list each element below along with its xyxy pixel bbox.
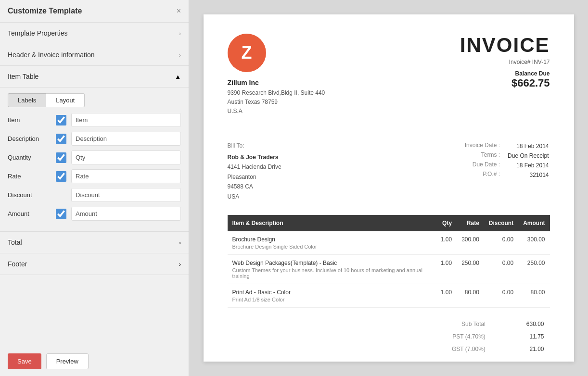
item-description: Print Ad 1/8 size Color	[232, 297, 431, 302]
close-icon[interactable]: ×	[177, 7, 181, 15]
gst-label: GST (7.00%)	[426, 343, 490, 355]
company-block: Z Zillum Inc 9390 Research Blvd,Bldg II,…	[228, 34, 325, 116]
field-quantity-input[interactable]	[71, 150, 181, 164]
field-quantity-checkbox[interactable]	[56, 152, 66, 163]
field-rate-label: Rate	[8, 173, 56, 180]
item-qty: 1.00	[436, 231, 457, 255]
item-description: Custom Themes for your business. Inclusi…	[232, 267, 431, 279]
item-table-section: Item Table ▲ Labels Layout Item Descript…	[0, 66, 189, 232]
field-discount-input[interactable]	[71, 188, 181, 202]
field-amount-input[interactable]	[71, 207, 181, 221]
bill-to-label: Bill To:	[228, 141, 281, 150]
th-item: Item & Description	[228, 215, 436, 231]
field-item-checkbox[interactable]	[56, 115, 66, 125]
footer-section[interactable]: Footer ›	[0, 253, 189, 275]
layout-tab[interactable]: Layout	[46, 93, 85, 107]
item-table-header[interactable]: Item Table ▲	[0, 66, 189, 88]
company-info: 9390 Research Blvd,Bldg II, Suite 440 Au…	[228, 88, 325, 116]
invoice-preview-panel: Z Zillum Inc 9390 Research Blvd,Bldg II,…	[189, 0, 588, 376]
field-description-checkbox[interactable]	[56, 134, 66, 144]
left-panel: Customize Template × Template Properties…	[0, 0, 189, 376]
invoice-details-table: Invoice Date : 18 Feb 2014 Terms : Due O…	[464, 141, 550, 180]
field-item-row: Item	[8, 113, 181, 127]
totals-table: Sub Total 630.00 PST (4.70%) 11.75 GST (…	[425, 317, 550, 356]
chevron-right-icon: ›	[179, 239, 181, 246]
due-date-value: 18 Feb 2014	[508, 161, 549, 170]
total-label: Total	[8, 238, 22, 246]
field-discount-label: Discount	[8, 191, 56, 199]
item-qty: 1.00	[436, 254, 457, 284]
total-section[interactable]: Total ›	[0, 232, 189, 253]
item-rate: 300.00	[457, 231, 484, 255]
item-discount: 0.00	[484, 284, 518, 307]
field-quantity-label: Quantity	[8, 154, 56, 161]
bill-to-section: Bill To: Rob & Joe Traders 4141 Hacienda…	[228, 141, 281, 201]
header-invoice-section[interactable]: Header & Invoice information ›	[0, 44, 189, 66]
labels-tab[interactable]: Labels	[8, 93, 46, 107]
chevron-right-icon: ›	[179, 51, 181, 59]
header-invoice-label: Header & Invoice information	[8, 51, 95, 59]
field-item-label: Item	[8, 116, 56, 124]
totals-section: Sub Total 630.00 PST (4.70%) 11.75 GST (…	[228, 317, 550, 356]
po-value: 321014	[508, 171, 549, 179]
po-label: P.O.# :	[465, 171, 507, 179]
subtotal-label: Sub Total	[426, 318, 490, 330]
item-table-label: Item Table	[8, 73, 38, 80]
item-rate: 250.00	[457, 254, 484, 284]
th-qty: Qty	[436, 215, 457, 231]
field-description-label: Description	[8, 135, 56, 142]
field-discount-row: Discount	[8, 188, 181, 202]
item-description: Brochure Design Single Sided Color	[232, 244, 431, 250]
table-row: Brochure Design Brochure Design Single S…	[228, 231, 550, 255]
invoice-meta: Bill To: Rob & Joe Traders 4141 Hacienda…	[228, 131, 550, 201]
chevron-right-icon: ›	[179, 30, 181, 37]
item-desc-cell: Brochure Design Brochure Design Single S…	[228, 231, 436, 255]
panel-title: Customize Template	[8, 7, 82, 15]
item-qty: 1.00	[436, 284, 457, 307]
invoice-title: INVOICE	[460, 34, 550, 57]
field-amount-checkbox[interactable]	[56, 209, 66, 219]
th-discount: Discount	[484, 215, 518, 231]
item-amount: 300.00	[518, 231, 550, 255]
invoice-date-value: 18 Feb 2014	[508, 142, 549, 150]
invoice-details: Invoice Date : 18 Feb 2014 Terms : Due O…	[464, 141, 550, 201]
save-button[interactable]: Save	[8, 353, 41, 369]
footer-label: Footer	[8, 260, 27, 268]
preview-button[interactable]: Preview	[46, 353, 89, 369]
terms-value: Due On Receipt	[508, 151, 549, 160]
fields-container: Item Description Quantity Rate	[0, 107, 189, 231]
item-desc-cell: Web Design Packages(Template) - Basic Cu…	[228, 254, 436, 284]
th-rate: Rate	[457, 215, 484, 231]
company-name: Zillum Inc	[228, 79, 325, 87]
gst-value: 21.00	[491, 343, 549, 355]
template-properties-section[interactable]: Template Properties ›	[0, 23, 189, 44]
item-discount: 0.00	[484, 254, 518, 284]
item-desc-cell: Print Ad - Basic - Color Print Ad 1/8 si…	[228, 284, 436, 307]
balance-due-label: Balance Due	[460, 70, 550, 77]
panel-header: Customize Template ×	[0, 0, 189, 23]
buttons-row: Save Preview	[0, 347, 189, 376]
invoice-number: Invoice# INV-17	[460, 59, 550, 65]
item-amount: 250.00	[518, 254, 550, 284]
item-name: Brochure Design	[232, 236, 431, 243]
company-logo: Z	[228, 34, 266, 72]
item-discount: 0.00	[484, 231, 518, 255]
field-rate-row: Rate	[8, 169, 181, 183]
pst-value: 11.75	[491, 331, 549, 342]
items-table: Item & Description Qty Rate Discount Amo…	[228, 215, 550, 308]
field-rate-checkbox[interactable]	[56, 171, 66, 182]
field-item-input[interactable]	[71, 113, 181, 127]
invoice-paper: Z Zillum Inc 9390 Research Blvd,Bldg II,…	[204, 14, 574, 362]
field-quantity-row: Quantity	[8, 150, 181, 164]
invoice-title-block: INVOICE Invoice# INV-17 Balance Due $662…	[460, 34, 550, 89]
client-name: Rob & Joe Traders	[228, 152, 281, 162]
field-description-row: Description	[8, 132, 181, 146]
field-rate-input[interactable]	[71, 169, 181, 183]
field-description-input[interactable]	[71, 132, 181, 146]
item-rate: 80.00	[457, 284, 484, 307]
invoice-top: Z Zillum Inc 9390 Research Blvd,Bldg II,…	[228, 34, 550, 116]
invoice-date-label: Invoice Date :	[465, 142, 507, 150]
field-amount-label: Amount	[8, 210, 56, 217]
item-amount: 80.00	[518, 284, 550, 307]
item-name: Web Design Packages(Template) - Basic	[232, 260, 431, 266]
